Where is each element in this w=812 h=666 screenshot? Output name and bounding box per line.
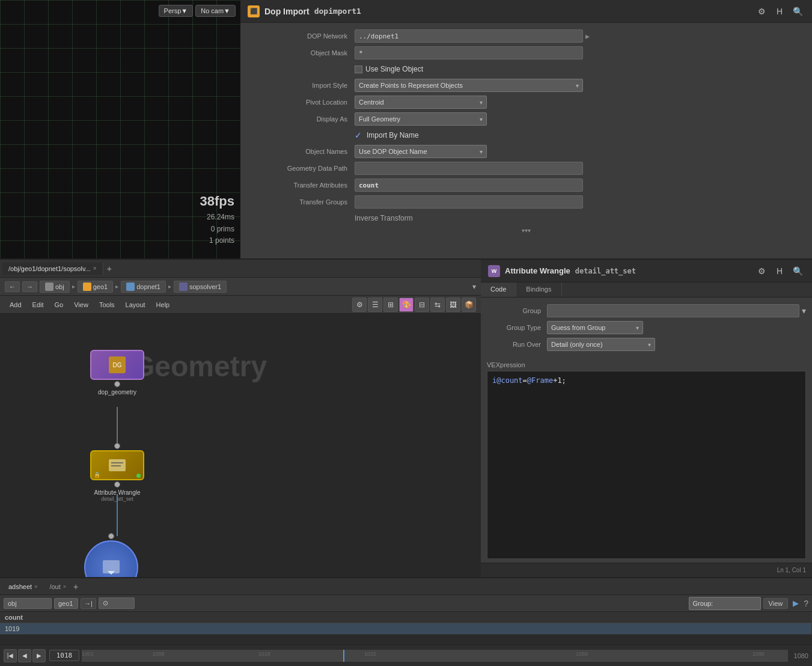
toolbar-icon-5[interactable]: ⇆ bbox=[430, 298, 445, 312]
node-attribute-promote[interactable]: Attribute Promote detail_to_point count bbox=[84, 533, 138, 577]
table-row[interactable]: 1019 bbox=[0, 623, 812, 635]
node-editor-tab-active[interactable]: /obj/geo1/dopnet1/sopsolv... × bbox=[2, 263, 103, 275]
toolbar-layout-btn[interactable]: Layout bbox=[121, 300, 150, 310]
help-icon-btn[interactable]: H bbox=[772, 4, 787, 19]
ss-view-btn[interactable]: View bbox=[763, 598, 789, 609]
object-names-label: Object Names bbox=[246, 148, 355, 155]
geometry-data-path-input[interactable] bbox=[355, 162, 583, 175]
tl-prev-btn[interactable]: ◀ bbox=[18, 649, 31, 662]
toolbar-edit-btn[interactable]: Edit bbox=[28, 300, 49, 310]
import-style-dropdown[interactable]: Create Points to Represent Objects ▾ bbox=[355, 79, 583, 92]
wrangle-settings-btn[interactable]: ⚙ bbox=[754, 264, 769, 278]
object-names-arrow: ▾ bbox=[480, 148, 483, 155]
ss-play-icon[interactable]: ▶ bbox=[790, 599, 801, 608]
ss-add-btn[interactable]: + bbox=[73, 582, 78, 591]
breadcrumb-sopsolver1[interactable]: sopsolver1 bbox=[174, 281, 227, 293]
toolbar-icon-6[interactable]: 🖼 bbox=[446, 298, 460, 312]
transfer-groups-row: Transfer Groups bbox=[240, 194, 812, 210]
import-by-name-value: ✓ Import By Name bbox=[355, 130, 806, 140]
toolbar-tools-btn[interactable]: Tools bbox=[94, 300, 120, 310]
cam-button[interactable]: No cam▼ bbox=[195, 5, 236, 17]
ss-help-icon[interactable]: ? bbox=[804, 599, 808, 608]
node-ap-icon bbox=[99, 555, 123, 577]
tab-add-btn[interactable]: + bbox=[103, 264, 115, 273]
ss-out-close[interactable]: × bbox=[63, 584, 66, 590]
ss-group-dropdown[interactable]: Group: bbox=[689, 597, 761, 610]
node-dop-geometry[interactable]: DG dop_geometry bbox=[90, 350, 144, 396]
breadcrumb-obj[interactable]: obj bbox=[40, 281, 70, 293]
use-single-object-checkbox[interactable] bbox=[355, 66, 362, 73]
search-icon-btn[interactable]: 🔍 bbox=[790, 4, 805, 19]
dop-import-icon: ⬛ bbox=[248, 5, 260, 17]
wrangle-run-over-dropdown[interactable]: Detail (only once) ▾ bbox=[547, 338, 655, 351]
breadcrumb-dopnet1[interactable]: dopnet1 bbox=[121, 281, 166, 293]
transfer-groups-input[interactable] bbox=[355, 195, 583, 209]
spreadsheet-header: adsheet × /out × + bbox=[0, 578, 812, 595]
import-by-name-row: ✓ Import By Name bbox=[240, 127, 812, 143]
transfer-attributes-input[interactable] bbox=[355, 179, 583, 192]
bc-dop-icon bbox=[126, 283, 135, 291]
object-mask-input[interactable] bbox=[355, 46, 583, 60]
toolbar-icon-7[interactable]: 📦 bbox=[462, 298, 476, 312]
ss-nav-set-btn[interactable]: →| bbox=[81, 598, 96, 609]
node-canvas: Geometry DG bbox=[0, 314, 481, 577]
object-names-dropdown[interactable]: Use DOP Object Name ▾ bbox=[355, 145, 487, 158]
ss-adsheet-close[interactable]: × bbox=[34, 584, 37, 590]
geometry-data-path-row: Geometry Data Path bbox=[240, 160, 812, 177]
wrangle-tabs: Code Bindings bbox=[481, 283, 812, 298]
wrangle-panel: W Attribute Wrangle detail_att_set ⚙ H 🔍… bbox=[481, 260, 812, 577]
toolbar-view-btn[interactable]: View bbox=[69, 300, 93, 310]
bc-geo-label: geo1 bbox=[93, 283, 108, 290]
breadcrumb-forward-btn[interactable]: → bbox=[22, 281, 37, 292]
persp-button[interactable]: Persp▼ bbox=[159, 5, 194, 17]
toolbar-icon-3[interactable]: ⊞ bbox=[383, 298, 398, 312]
tab-close-icon[interactable]: × bbox=[93, 265, 97, 272]
toolbar-help-btn[interactable]: Help bbox=[151, 300, 175, 310]
timeline-end-frame: 1080 bbox=[790, 652, 812, 659]
tl-tick-1008: 1008 bbox=[152, 651, 164, 657]
toolbar-icon-color[interactable]: 🎨 bbox=[399, 298, 414, 312]
display-as-dropdown[interactable]: Full Geometry ▾ bbox=[355, 112, 487, 126]
wrangle-run-over-value: Detail (only once) ▾ bbox=[547, 338, 806, 351]
node-attribute-wrangle-box[interactable]: 🔒 Attribute Wrangle detail_att_set bbox=[90, 443, 144, 502]
node-ap-connector-top bbox=[108, 533, 114, 539]
cam-label: No cam▼ bbox=[201, 7, 230, 14]
wrangle-tab-bindings[interactable]: Bindings bbox=[516, 283, 561, 297]
timeline-bar[interactable]: 1001 1008 1018 1032 1056 1080 bbox=[82, 650, 788, 662]
toolbar-icon-1[interactable]: ⚙ bbox=[352, 298, 367, 312]
dop-network-input[interactable] bbox=[355, 29, 583, 43]
wrangle-group-input[interactable] bbox=[547, 304, 799, 317]
toolbar-go-btn[interactable]: Go bbox=[50, 300, 69, 310]
pivot-location-dropdown[interactable]: Centroid ▾ bbox=[355, 96, 487, 109]
wrangle-search-btn[interactable]: 🔍 bbox=[790, 264, 805, 278]
wrangle-tab-code[interactable]: Code bbox=[481, 283, 516, 297]
tl-play-btn[interactable]: ▶ bbox=[32, 649, 46, 662]
node-dop-geometry-box[interactable]: DG dop_geometry bbox=[90, 350, 144, 396]
timeline-frame-input[interactable]: 1018 bbox=[49, 650, 79, 661]
pivot-location-text: Centroid bbox=[359, 99, 384, 106]
panel-node-name: dopimport1 bbox=[314, 7, 361, 16]
object-mask-row: Object Mask bbox=[240, 44, 812, 61]
node-attribute-wrangle[interactable]: 🔒 Attribute Wrangle detail_att_set bbox=[90, 443, 144, 502]
breadcrumb-back-btn[interactable]: ← bbox=[5, 281, 20, 292]
ss-tab-adsheet[interactable]: adsheet × bbox=[4, 582, 42, 591]
ms-display: 26.24ms bbox=[200, 212, 234, 223]
tl-tick-1001: 1001 bbox=[82, 651, 94, 657]
wrangle-group-type-dropdown[interactable]: Guess from Group ▾ bbox=[547, 321, 643, 334]
breadcrumb-geo1[interactable]: geo1 bbox=[78, 281, 113, 293]
toolbar-add-btn[interactable]: Add bbox=[5, 300, 26, 310]
toolbar-icon-4[interactable]: ⊟ bbox=[415, 298, 429, 312]
settings-icon-btn[interactable]: ⚙ bbox=[754, 4, 769, 19]
panel-header-icons: ⚙ H 🔍 bbox=[754, 4, 805, 19]
wrangle-group-dropdown-arrow[interactable]: ▾ bbox=[802, 306, 806, 316]
svg-text:DG: DG bbox=[113, 362, 122, 368]
wrangle-help-btn[interactable]: H bbox=[772, 264, 787, 278]
node-editor-breadcrumb: ← → obj ▸ geo1 ▸ dopnet1 ▸ sopsolver1 ▾ bbox=[0, 278, 481, 296]
breadcrumb-dropdown-arrow[interactable]: ▾ bbox=[472, 283, 476, 291]
toolbar-icon-2[interactable]: ☰ bbox=[368, 298, 382, 312]
tl-start-btn[interactable]: |◀ bbox=[4, 649, 17, 662]
vex-editor[interactable]: i@count=@Frame+1; bbox=[487, 371, 806, 559]
node-dop-geometry-icon: DG bbox=[106, 354, 128, 376]
ss-tab-out[interactable]: /out × bbox=[44, 582, 71, 591]
node-ap-box[interactable]: Attribute Promote detail_to_point count bbox=[84, 533, 138, 577]
